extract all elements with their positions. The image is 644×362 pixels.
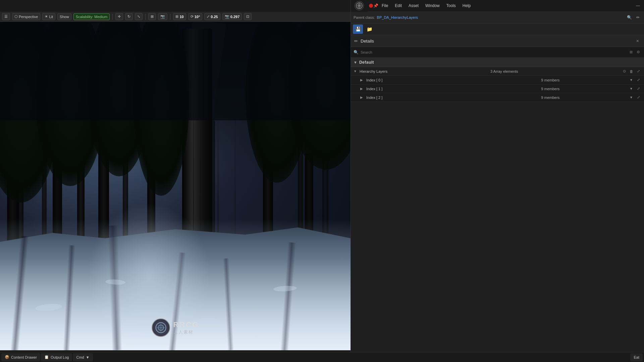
scale-value-btn[interactable]: ⤢ 0.25	[204, 13, 220, 20]
separator-3	[170, 14, 170, 20]
index-2-row[interactable]: ▶ Index [ 2 ] 9 members ▼ ⤢	[351, 93, 644, 102]
index2-expand-arrow[interactable]: ▶	[360, 96, 365, 99]
menu-asset[interactable]: Asset	[405, 0, 422, 12]
index1-dropdown[interactable]: ▼	[629, 86, 634, 92]
camera-speed-btn[interactable]: 📷	[158, 13, 167, 20]
camera-icon: 📷	[160, 14, 165, 19]
watermark-rrcg: RRCG	[173, 320, 199, 329]
reset-btn[interactable]: ⊙	[621, 68, 627, 74]
surface-icon: ⊞	[151, 14, 154, 19]
property-section: ▼ Hierarchy Layers 3 Array elements ⊙ 🗑 …	[351, 67, 644, 102]
angle-value: 10°	[195, 15, 200, 19]
delete-btn[interactable]: 🗑	[628, 68, 634, 74]
index1-expand-arrow[interactable]: ▶	[360, 87, 365, 90]
index0-dropdown[interactable]: ▼	[629, 77, 634, 83]
menu-edit[interactable]: Edit	[391, 0, 405, 12]
translate-icon: ✛	[118, 14, 121, 19]
index-0-row[interactable]: ▶ Index [ 0 ] 9 members ▼ ⤢	[351, 76, 644, 84]
translate-btn[interactable]: ✛	[115, 13, 123, 20]
bottom-bar: 📦 Content Drawer 📋 Output Log Cmd ▼ Eat	[0, 352, 644, 362]
content-drawer-btn[interactable]: 📦 Content Drawer	[1, 353, 40, 361]
hierarchy-actions: ⊙ 🗑 ⤢	[621, 68, 641, 74]
output-log-label: Output Log	[51, 355, 69, 359]
grid-num: 10	[179, 15, 183, 19]
svg-point-3	[359, 5, 360, 6]
menu-window[interactable]: Window	[422, 0, 443, 12]
default-section-header[interactable]: ▼ Default	[351, 58, 644, 67]
expand-btn[interactable]: ⤢	[635, 68, 641, 74]
index0-value: 9 members	[541, 78, 627, 82]
perspective-btn[interactable]: ⬡ Perspective	[12, 13, 40, 20]
cmd-btn[interactable]: Cmd ▼	[73, 353, 93, 361]
ue-circle	[355, 1, 364, 10]
watermark-text-group: RRCG 人人素材	[173, 320, 199, 335]
menu-file[interactable]: File	[378, 0, 391, 12]
watermark-logo	[152, 318, 170, 337]
hierarchy-layers-row[interactable]: ▼ Hierarchy Layers 3 Array elements ⊙ 🗑 …	[351, 67, 644, 76]
index1-extra-btn[interactable]: ⤢	[635, 86, 641, 92]
viewport[interactable]: RRCG 人人素材	[0, 22, 351, 350]
index2-extra-btn[interactable]: ⤢	[635, 95, 641, 101]
search-magnifier-icon: 🔍	[354, 50, 359, 55]
menu-help[interactable]: Help	[459, 0, 474, 12]
status-dot-red	[369, 4, 373, 8]
output-log-icon: 📋	[44, 355, 49, 359]
show-btn[interactable]: Show	[57, 13, 71, 20]
settings-icon-btn[interactable]: ⚙	[635, 49, 641, 55]
content-drawer-icon: 📦	[5, 355, 9, 359]
hamburger-menu-btn[interactable]: ☰	[2, 13, 10, 20]
details-close-btn[interactable]: ×	[635, 38, 641, 44]
search-parent-btn[interactable]: 🔍	[626, 14, 633, 21]
index0-extra-btn[interactable]: ⤢	[635, 77, 641, 83]
eat-btn[interactable]: Eat	[630, 353, 643, 361]
scale-btn[interactable]: ⤡	[135, 13, 143, 20]
grid-icon: ⊞	[175, 14, 178, 19]
rotate-icon: ↻	[127, 14, 130, 19]
content-drawer-label: Content Drawer	[11, 355, 37, 359]
camera-value-btn[interactable]: 📷 0.297	[222, 13, 242, 20]
index-1-row[interactable]: ▶ Index [ 1 ] 9 members ▼ ⤢	[351, 84, 644, 93]
parent-class-label: Parent class:	[354, 15, 375, 19]
output-log-btn[interactable]: 📋 Output Log	[41, 353, 72, 361]
scalability-btn[interactable]: Scalability: Medium	[73, 13, 110, 20]
scalability-label: Scalability: Medium	[76, 15, 108, 19]
scale-value: 0.25	[211, 15, 218, 19]
hierarchy-expand-arrow[interactable]: ▼	[354, 69, 358, 73]
watermark-cn: 人人素材	[173, 329, 199, 335]
right-panel: 📌 File Edit Asset Window Tools Help — Pa…	[351, 0, 644, 362]
grid-size-btn[interactable]: ⊞ 10	[173, 13, 186, 20]
parent-class-bar: Parent class: BP_DA_HierarchyLayers 🔍 ✏	[351, 12, 644, 23]
grid-view-btn[interactable]: ⊞	[628, 49, 634, 55]
pin-icon[interactable]: 📌	[373, 3, 378, 8]
section-collapse-arrow: ▼	[354, 60, 357, 64]
index0-expand-arrow[interactable]: ▶	[360, 78, 365, 82]
cmd-dropdown-icon: ▼	[86, 355, 90, 359]
search-input[interactable]	[361, 50, 626, 54]
rotate-btn[interactable]: ↻	[125, 13, 133, 20]
lit-label: Lit	[49, 15, 53, 19]
index2-label: Index [ 2 ]	[366, 96, 452, 100]
maximize-btn[interactable]: ⊡	[244, 13, 252, 20]
save-icon-tab[interactable]: 💾	[353, 24, 363, 34]
scale-icon: ⤡	[137, 14, 140, 19]
folder-icon-tab[interactable]: 📁	[364, 24, 374, 34]
ue-logo[interactable]	[351, 0, 368, 12]
details-panel: ✏ Details × 🔍 ⊞ ⚙ ▼ Default ▼ Hierarchy …	[351, 35, 644, 362]
angle-btn[interactable]: ⟳ 10°	[188, 13, 203, 20]
separator-1	[112, 14, 113, 20]
menu-tools[interactable]: Tools	[443, 0, 459, 12]
index1-label: Index [ 1 ]	[366, 87, 452, 91]
index2-value: 9 members	[541, 96, 627, 100]
collapse-btn[interactable]: —	[635, 2, 641, 9]
show-label: Show	[60, 15, 69, 19]
hamburger-icon: ☰	[4, 14, 8, 19]
perspective-icon: ⬡	[14, 14, 18, 19]
lit-btn[interactable]: ☀ Lit	[42, 13, 55, 20]
details-header: ✏ Details ×	[351, 35, 644, 47]
index2-dropdown[interactable]: ▼	[629, 95, 634, 100]
surface-snapping-btn[interactable]: ⊞	[148, 13, 156, 20]
separator-2	[145, 14, 146, 20]
edit-parent-btn[interactable]: ✏	[635, 14, 641, 21]
icon-bar: 💾 📁	[351, 23, 644, 35]
parent-class-value[interactable]: BP_DA_HierarchyLayers	[377, 15, 418, 19]
